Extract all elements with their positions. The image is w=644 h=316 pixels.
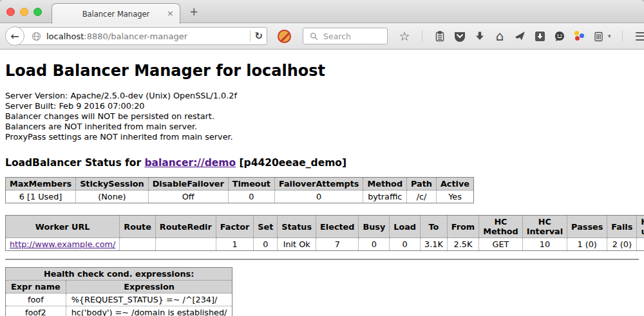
workers-table: Worker URL Route RouteRedir Factor Set S… — [5, 215, 644, 251]
server-built-line: Server Built: Feb 9 2016 07:00:20 — [5, 101, 639, 111]
section-divider — [5, 259, 639, 260]
column-header: Status — [278, 216, 316, 238]
url-bar[interactable]: localhost:8880/balancer-manager ↻ — [15, 27, 267, 45]
tab-balancer-manager[interactable]: Balancer Manager × — [52, 3, 180, 24]
expression-cell: hc('body') =~ /domain is established/ — [66, 306, 232, 316]
urlbar-separator — [250, 30, 251, 42]
column-header: MaxMembers — [6, 178, 76, 191]
pocket-icon[interactable] — [453, 29, 466, 43]
url-domain: localhost — [46, 32, 84, 41]
expression-cell: %{REQUEST_STATUS} =~ /^[234]/ — [66, 293, 232, 306]
health-check-table: Health check cond. expressions: Expr nam… — [5, 267, 232, 316]
column-header: Timeout — [228, 178, 274, 191]
worker-url-link[interactable]: http://www.example.com/ — [10, 239, 115, 249]
column-header: HC uri — [637, 216, 644, 238]
column-header: To — [421, 216, 448, 238]
url-text: localhost:8880/balancer-manager — [46, 32, 246, 41]
page-title: Load Balancer Manager for localhost — [5, 62, 639, 80]
table-header-row: Expr name Expression — [6, 281, 232, 293]
worker-row: http://www.example.com/ 1 0 Init Ok 7 0 … — [6, 238, 644, 251]
feedback-smiley-icon[interactable] — [553, 29, 566, 43]
navigation-toolbar: ← localhost:8880/balancer-manager ↻ ☆ — [0, 23, 644, 50]
send-plane-icon[interactable] — [513, 29, 526, 43]
heading-prefix: LoadBalancer Status for — [5, 157, 144, 169]
health-table-title: Health check cond. expressions: — [6, 268, 232, 281]
search-input[interactable] — [323, 32, 381, 41]
back-button[interactable]: ← — [5, 26, 24, 46]
worker-url-cell: http://www.example.com/ — [6, 238, 120, 251]
hc-method-cell: GET — [479, 238, 523, 251]
search-bar[interactable] — [303, 28, 388, 44]
status-cell: Init Ok — [278, 238, 316, 251]
chevron-down-icon[interactable]: ▾ — [608, 33, 611, 39]
column-header: Factor — [216, 216, 253, 238]
set-cell: 0 — [254, 238, 278, 251]
maxmembers-cell: 6 [1 Used] — [6, 191, 76, 203]
table-row: foof2 hc('body') =~ /domain is establish… — [6, 306, 232, 316]
container-icon[interactable] — [592, 29, 605, 43]
reload-button[interactable]: ↻ — [254, 30, 263, 42]
active-cell: Yes — [436, 191, 473, 203]
expr-name-cell: foof — [6, 293, 66, 306]
tab-close-icon[interactable]: × — [167, 8, 174, 18]
balancer-section-heading: LoadBalancer Status for balancer://demo … — [5, 157, 639, 169]
proxypass-notice-line: ProxyPass settings are NOT inherited fro… — [5, 132, 639, 142]
hc-interval-cell: 10 — [522, 238, 567, 251]
from-cell: 2.5K — [447, 238, 478, 251]
home-icon[interactable]: ⌂ — [493, 29, 506, 43]
stickysession-cell: (None) — [76, 191, 149, 203]
failoverattempts-cell: 0 — [274, 191, 363, 203]
balancer-params-table: MaxMembers StickySession DisableFailover… — [5, 177, 474, 203]
balancer-link[interactable]: balancer://demo — [144, 157, 236, 169]
server-info: Server Version: Apache/2.5.0-dev (Unix) … — [5, 91, 639, 142]
table-header-row: MaxMembers StickySession DisableFailover… — [6, 178, 474, 191]
toolbar-icon-row: ☆ ⌂ ▾ — [398, 29, 644, 43]
column-header: Method — [363, 178, 407, 191]
server-version-line: Server Version: Apache/2.5.0-dev (Unix) … — [5, 91, 639, 101]
colored-dots-extension-icon[interactable] — [573, 30, 585, 42]
route-cell — [120, 238, 156, 251]
minimize-window-button[interactable] — [20, 8, 28, 16]
url-path: :8880/balancer-manager — [84, 32, 187, 41]
close-window-button[interactable] — [6, 8, 15, 16]
column-header: Worker URL — [6, 216, 120, 238]
column-header: Elected — [316, 216, 359, 238]
busy-cell: 0 — [359, 238, 390, 251]
load-cell: 0 — [390, 238, 421, 251]
column-header: StickySession — [76, 178, 149, 191]
back-arrow-icon: ← — [10, 30, 19, 42]
expr-name-cell: foof2 — [6, 306, 66, 316]
plugin-blocked-icon[interactable] — [278, 30, 291, 43]
column-header: HC Method — [479, 216, 523, 238]
toolbar-separator — [422, 30, 422, 42]
column-header: Busy — [359, 216, 390, 238]
clipboard-icon[interactable] — [433, 29, 446, 43]
tab-bar: Balancer Manager × + — [0, 0, 644, 23]
hc-uri-cell — [637, 238, 644, 251]
column-header: Fails — [607, 216, 637, 238]
column-header: From — [447, 216, 478, 238]
column-header: RouteRedir — [155, 216, 216, 238]
column-header: Path — [407, 178, 437, 191]
table-header-row: Worker URL Route RouteRedir Factor Set S… — [6, 216, 644, 238]
inherit-notice-line: Balancers are NOT inherited from main se… — [5, 122, 639, 132]
zoom-window-button[interactable] — [33, 8, 42, 16]
persist-notice-line: Balancer changes will NOT be persisted o… — [5, 111, 639, 122]
column-header: Set — [254, 216, 278, 238]
table-title-row: Health check cond. expressions: — [6, 268, 232, 281]
hamburger-menu-icon[interactable]: ☰ — [634, 29, 644, 43]
column-header: FailoverAttempts — [274, 178, 363, 191]
toolbar-separator — [622, 30, 623, 42]
download-box-icon[interactable] — [533, 29, 546, 43]
downloads-arrow-icon[interactable] — [473, 29, 486, 43]
table-row: foof %{REQUEST_STATUS} =~ /^[234]/ — [6, 293, 232, 306]
fails-cell: 2 (0) — [607, 238, 637, 251]
column-header: Active — [436, 178, 473, 191]
disablefailover-cell: Off — [148, 191, 228, 203]
timeout-cell: 0 — [228, 191, 274, 203]
column-header: Expr name — [6, 281, 66, 293]
new-tab-button[interactable]: + — [189, 5, 198, 18]
bookmark-star-icon[interactable]: ☆ — [398, 29, 411, 43]
search-icon — [307, 29, 320, 43]
factor-cell: 1 — [216, 238, 253, 251]
